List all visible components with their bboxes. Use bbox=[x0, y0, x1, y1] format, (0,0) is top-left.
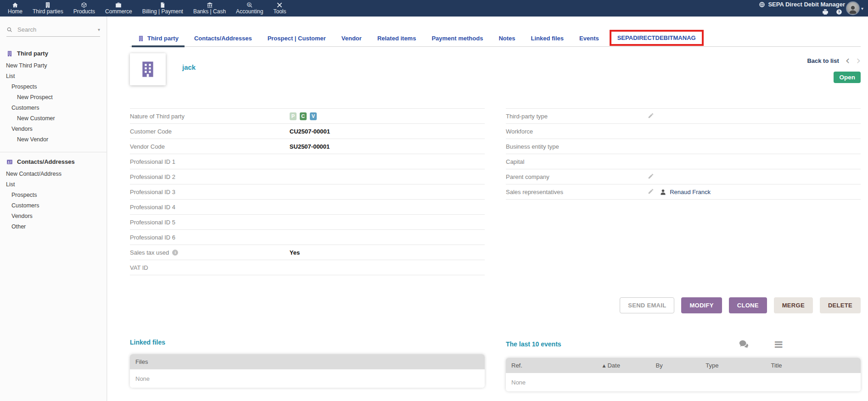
next-record-icon[interactable]: › bbox=[856, 56, 861, 65]
pencil-cell bbox=[648, 173, 660, 181]
tab-label: Prospect | Customer bbox=[268, 35, 326, 42]
table-row: None bbox=[506, 373, 861, 391]
avatar[interactable] bbox=[846, 1, 860, 15]
tab-vendor[interactable]: Vendor bbox=[334, 30, 370, 46]
company-name: jack bbox=[182, 63, 196, 71]
field-row-workforce: Workforce bbox=[506, 124, 861, 139]
sidebar-item-customers[interactable]: Customers bbox=[0, 200, 106, 211]
top-menu-commerce[interactable]: Commerce bbox=[100, 0, 137, 17]
clone-button[interactable]: CLONE bbox=[729, 297, 767, 313]
sidebar-item-new-prospect[interactable]: New Prospect bbox=[0, 92, 106, 102]
tab-notes[interactable]: Notes bbox=[491, 30, 523, 46]
top-menu-third-parties[interactable]: Third parties bbox=[28, 0, 68, 17]
sidebar-section-title-contacts-addresses[interactable]: Contacts/Addresses bbox=[0, 155, 106, 168]
tab-related-items[interactable]: Related items bbox=[370, 30, 424, 46]
sidebar-item-other[interactable]: Other bbox=[0, 221, 106, 232]
field-row-sales-representatives: Sales representativesRenaud Franck bbox=[506, 184, 861, 200]
modify-button[interactable]: MODIFY bbox=[681, 297, 722, 313]
top-menu-banks-cash[interactable]: Banks | Cash bbox=[188, 0, 231, 17]
sidebar-section-title-third-party[interactable]: Third party bbox=[0, 47, 106, 60]
print-icon[interactable] bbox=[822, 9, 829, 15]
building-icon bbox=[45, 2, 51, 8]
nature-badge-v: V bbox=[310, 112, 317, 120]
tab-label: Related items bbox=[377, 35, 416, 42]
list-menu-icon[interactable]: ≡ bbox=[773, 340, 784, 349]
field-value: PCV bbox=[290, 112, 485, 120]
sales-rep-link[interactable]: Renaud Franck bbox=[670, 189, 711, 195]
top-menu-home[interactable]: Home bbox=[3, 0, 28, 17]
prev-record-icon[interactable]: ‹ bbox=[846, 56, 850, 65]
info-icon[interactable]: i bbox=[172, 250, 178, 256]
search-caret-icon[interactable]: ▾ bbox=[98, 27, 100, 32]
merge-button[interactable]: MERGE bbox=[774, 297, 813, 313]
tab-events[interactable]: Events bbox=[571, 30, 607, 46]
field-row-professional-id-2: Professional ID 2 bbox=[130, 169, 485, 184]
top-menu-billing-payment[interactable]: Billing | Payment bbox=[137, 0, 188, 17]
column-header-ref[interactable]: Ref. bbox=[511, 362, 602, 369]
field-label: Professional ID 3 bbox=[130, 189, 290, 195]
tab-label: Third party bbox=[147, 35, 179, 42]
pencil-icon[interactable] bbox=[648, 112, 654, 119]
column-header-date[interactable]: ▲Date bbox=[602, 362, 655, 369]
tab-third-party[interactable]: Third party bbox=[130, 30, 186, 46]
home-icon bbox=[12, 2, 18, 8]
field-label: Third-party type bbox=[506, 113, 648, 120]
sidebar-item-list[interactable]: List bbox=[0, 71, 106, 81]
column-header-type[interactable]: Type bbox=[706, 362, 771, 369]
back-to-list-link[interactable]: Back to list bbox=[807, 57, 839, 64]
field-label: Nature of Third party bbox=[130, 113, 290, 120]
linked-files-title: Linked files bbox=[130, 339, 485, 346]
sidebar-item-vendors[interactable]: Vendors bbox=[0, 211, 106, 221]
field-label-text: Capital bbox=[506, 158, 524, 165]
sort-asc-icon: ▲ bbox=[602, 363, 605, 368]
chat-icon[interactable] bbox=[739, 339, 749, 349]
column-header-files: Files bbox=[135, 358, 148, 365]
field-label-text: Business entity type bbox=[506, 143, 559, 150]
tab-linked-files[interactable]: Linked files bbox=[523, 30, 572, 46]
sidebar-item-new-customer[interactable]: New Customer bbox=[0, 113, 106, 123]
tab-prospect-customer[interactable]: Prospect | Customer bbox=[260, 30, 334, 46]
empty-placeholder: None bbox=[511, 379, 526, 386]
linked-files-widget: Linked files Files None bbox=[130, 339, 485, 391]
sidebar-item-prospects[interactable]: Prospects bbox=[0, 81, 106, 92]
sidebar-item-vendors[interactable]: Vendors bbox=[0, 123, 106, 134]
sidebar-item-customers[interactable]: Customers bbox=[0, 102, 106, 113]
sidebar-item-new-vendor[interactable]: New Vendor bbox=[0, 134, 106, 145]
top-menu-label: Third parties bbox=[33, 9, 63, 15]
bottom-widgets: Linked files Files None The last 10 even… bbox=[130, 339, 861, 391]
send-email-button[interactable]: SEND EMAIL bbox=[620, 297, 674, 313]
fields-left-table: Nature of Third partyPCVCustomer CodeCU2… bbox=[130, 108, 485, 275]
tab-payment-methods[interactable]: Payment methods bbox=[424, 30, 491, 46]
pencil-icon[interactable] bbox=[648, 173, 654, 179]
column-header-title[interactable]: Title bbox=[771, 362, 855, 369]
sidebar-item-list[interactable]: List bbox=[0, 179, 106, 189]
building-icon bbox=[139, 60, 157, 78]
tab-contacts-addresses[interactable]: Contacts/Addresses bbox=[186, 30, 260, 46]
user-menu[interactable]: ▾ bbox=[846, 1, 863, 15]
sidebar-item-new-contact-address[interactable]: New Contact/Address bbox=[0, 168, 106, 179]
field-label-text: VAT ID bbox=[130, 264, 148, 271]
field-label: Professional ID 4 bbox=[130, 204, 290, 211]
top-menu-products[interactable]: Products bbox=[68, 0, 100, 17]
status-badge: Open bbox=[834, 72, 861, 83]
column-header-label: Title bbox=[771, 362, 782, 369]
sidebar-item-new-third-party[interactable]: New Third Party bbox=[0, 60, 106, 71]
tab-sepadirectdebitmanag[interactable]: SEPADIRECTDEBITMANAG bbox=[610, 30, 704, 46]
company-logo bbox=[130, 53, 166, 85]
search-input[interactable] bbox=[17, 26, 94, 33]
delete-button[interactable]: DELETE bbox=[820, 297, 861, 313]
briefcase-icon bbox=[115, 2, 122, 8]
fields-right-table: Third-party typeWorkforceBusiness entity… bbox=[506, 108, 861, 200]
column-header-by[interactable]: By bbox=[656, 362, 706, 369]
field-label: Workforce bbox=[506, 128, 648, 135]
top-menu-accounting[interactable]: $Accounting bbox=[231, 0, 268, 17]
pencil-icon[interactable] bbox=[648, 188, 654, 195]
top-menu: HomeThird partiesProductsCommerceBilling… bbox=[0, 0, 291, 17]
field-label: Professional ID 5 bbox=[130, 219, 290, 226]
sidebar-item-prospects[interactable]: Prospects bbox=[0, 189, 106, 200]
help-icon[interactable]: ? bbox=[836, 9, 842, 15]
top-menu-tools[interactable]: Tools bbox=[268, 0, 291, 17]
contact-card-icon bbox=[6, 159, 13, 165]
field-row-professional-id-3: Professional ID 3 bbox=[130, 184, 485, 200]
tab-label: Vendor bbox=[342, 35, 362, 42]
